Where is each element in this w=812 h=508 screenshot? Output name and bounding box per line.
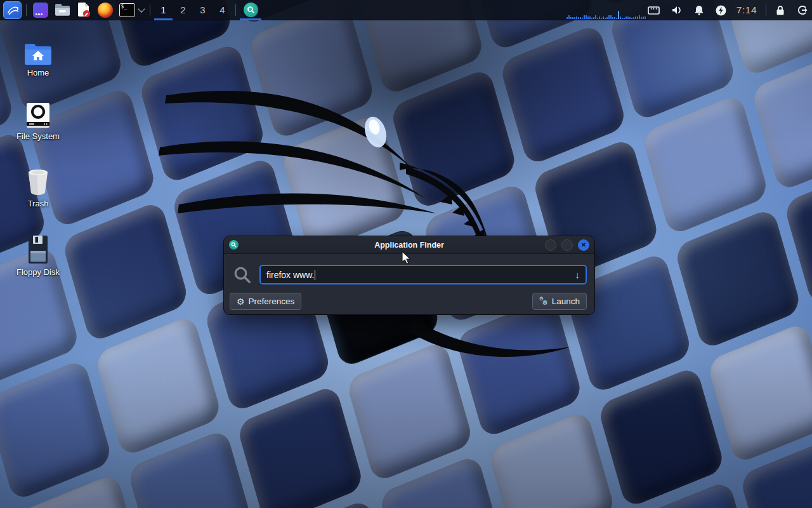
desktop-icon-label: Home: [27, 68, 49, 77]
desktop-icon-label: Trash: [28, 199, 49, 208]
maximize-button[interactable]: [561, 239, 573, 251]
taskbar-application-finder-button[interactable]: [239, 0, 262, 20]
home-folder-icon: [23, 36, 53, 65]
applications-menu-button[interactable]: [3, 1, 22, 19]
volume-icon[interactable]: [671, 5, 683, 15]
desktop-icon-home[interactable]: Home: [8, 36, 69, 77]
terminal-dropdown-chevron-icon[interactable]: [138, 5, 145, 12]
desktop-icon-trash[interactable]: Trash: [8, 166, 69, 208]
launch-button-label: Launch: [552, 297, 580, 306]
panel-separator: [235, 4, 236, 16]
logout-icon[interactable]: [797, 4, 808, 16]
desktop-icon-label: Floppy Disk: [16, 267, 60, 277]
active-task-underline: [240, 18, 261, 20]
top-panel: $_ 1 2 3 4: [0, 0, 812, 20]
search-input[interactable]: firefox www. ↓: [259, 265, 587, 284]
workspace-3[interactable]: 3: [193, 0, 213, 20]
gear-icon: ⚙: [237, 297, 245, 306]
launcher-text-editor[interactable]: [75, 1, 93, 20]
purple-app-icon: [33, 3, 48, 18]
terminal-icon: $_: [119, 3, 135, 17]
active-workspace-underline: [154, 18, 173, 20]
workspace-4-label: 4: [219, 4, 225, 15]
launcher-purple-app[interactable]: [32, 1, 49, 20]
minimize-button[interactable]: [545, 239, 556, 251]
launcher-file-manager[interactable]: [53, 1, 71, 20]
workspace-2-label: 2: [180, 4, 185, 15]
application-finder-icon: [244, 3, 258, 17]
launch-button[interactable]: ⚙ ⚙ Launch: [532, 293, 587, 310]
desktop-icon-file-system[interactable]: File System: [8, 99, 69, 141]
firefox-icon: [98, 3, 113, 18]
panel-right-section: 7:14: [648, 0, 808, 20]
workspace-2[interactable]: 2: [173, 0, 193, 20]
trash-icon: [25, 166, 51, 196]
panel-separator: [26, 4, 27, 16]
kali-logo-icon: [6, 3, 20, 17]
network-icon[interactable]: [648, 6, 660, 15]
close-icon: ✕: [581, 242, 586, 248]
panel-clock[interactable]: 7:14: [737, 4, 757, 16]
window-title: Application Finder: [224, 241, 594, 250]
workspace-4[interactable]: 4: [213, 0, 232, 20]
floppy-disk-icon: [28, 235, 48, 264]
file-system-drive-icon: [26, 99, 50, 128]
text-caret: [315, 270, 315, 280]
workspace-1-label: 1: [160, 4, 166, 15]
application-finder-window: Application Finder ✕ firefox www. ↓ ⚙ Pr…: [223, 236, 595, 315]
search-input-value: firefox www.: [266, 270, 314, 280]
workspace-1[interactable]: 1: [154, 0, 173, 20]
search-icon: [233, 265, 252, 284]
panel-left-section: $_ 1 2 3 4: [0, 0, 262, 20]
system-monitor-graph[interactable]: [566, 10, 648, 19]
launcher-terminal[interactable]: $_: [118, 1, 136, 20]
panel-separator: [766, 4, 766, 16]
file-manager-icon: [55, 3, 70, 17]
history-dropdown-arrow-icon[interactable]: ↓: [575, 269, 580, 280]
notifications-bell-icon[interactable]: [694, 5, 704, 16]
titlebar[interactable]: Application Finder ✕: [224, 236, 594, 254]
power-manager-icon[interactable]: [716, 5, 726, 16]
preferences-button-label: Preferences: [249, 297, 295, 306]
launch-gears-icon: ⚙ ⚙: [539, 297, 548, 306]
desktop-icon-label: File System: [16, 131, 60, 141]
panel-separator: [150, 4, 150, 16]
workspace-3-label: 3: [200, 4, 205, 15]
text-editor-icon: [77, 3, 91, 18]
launcher-firefox[interactable]: [96, 1, 114, 20]
close-button[interactable]: ✕: [578, 239, 589, 251]
preferences-button[interactable]: ⚙ Preferences: [230, 293, 301, 310]
desktop-icon-floppy-disk[interactable]: Floppy Disk: [8, 235, 69, 277]
lock-screen-icon[interactable]: [775, 5, 785, 16]
